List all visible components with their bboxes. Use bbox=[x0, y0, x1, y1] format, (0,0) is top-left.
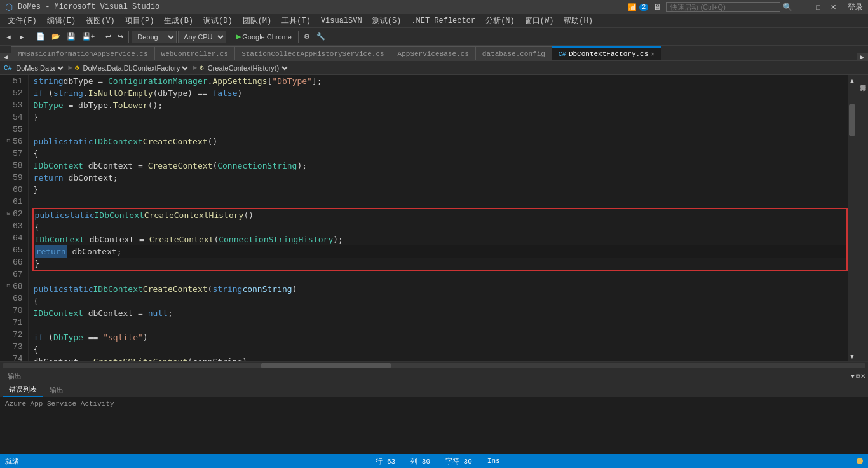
menu-file[interactable]: 文件(F) bbox=[3, 14, 42, 27]
tab-appservicebase-label: AppServiceBase.cs bbox=[398, 50, 469, 58]
redo-button[interactable]: ↪ bbox=[115, 31, 126, 42]
login-label[interactable]: 登录 bbox=[848, 2, 863, 13]
run-button[interactable]: ▶ Google Chrome bbox=[232, 31, 295, 42]
menu-test[interactable]: 测试(S) bbox=[367, 14, 407, 27]
vs-logo-icon: ⬡ bbox=[5, 2, 13, 13]
h-scrollbar-track[interactable] bbox=[3, 363, 865, 368]
bottom-tab-errors[interactable]: 错误列表 bbox=[3, 383, 43, 397]
bottom-panel-float[interactable]: ⧉ bbox=[856, 373, 860, 380]
undo-button[interactable]: ↩ bbox=[103, 31, 114, 42]
line-num-63: 63 bbox=[4, 220, 23, 232]
line-num-73: 73 bbox=[4, 341, 23, 353]
save-button[interactable]: 💾 bbox=[64, 31, 78, 42]
right-side-panel: 解决方案资源管理器 bbox=[857, 75, 868, 361]
tab-webcontroller[interactable]: WebController.cs bbox=[155, 46, 236, 60]
tabs-scroll-right[interactable]: ► bbox=[857, 53, 868, 60]
code-line-62: public static IDbContext CreateContextHi… bbox=[35, 209, 846, 221]
menu-visualsvn[interactable]: VisualSVN bbox=[316, 15, 367, 27]
minimize-button[interactable]: — bbox=[795, 2, 810, 12]
title-bar-controls: 📶 2 🖥 🔍 — □ ✕ 登录 bbox=[628, 2, 863, 13]
menu-build[interactable]: 生成(B) bbox=[159, 14, 198, 27]
tab-appservicebase[interactable]: AppServiceBase.cs bbox=[391, 46, 476, 60]
bottom-tabs: 错误列表 输出 bbox=[0, 383, 868, 397]
code-line-68: public static IDbContext CreateContext(s… bbox=[34, 283, 848, 295]
status-bar: 就绪 行 63 列 30 字符 30 Ins bbox=[0, 454, 868, 468]
code-line-69: { bbox=[34, 295, 848, 307]
back-button[interactable]: ◄ bbox=[3, 32, 15, 42]
debug-config-dropdown[interactable]: Debug Release bbox=[132, 31, 177, 43]
tab-dbcontextfactory[interactable]: C# DbContextFactory.cs ✕ bbox=[552, 46, 661, 60]
tab-stationcollect-label: StationCollectAppHistoryService.cs bbox=[241, 50, 384, 58]
bottom-panel-dropdown[interactable]: ▼ bbox=[850, 373, 856, 380]
code-line-54: } bbox=[34, 111, 848, 123]
menu-tools[interactable]: 工具(T) bbox=[276, 14, 316, 27]
horizontal-scrollbar[interactable] bbox=[0, 361, 868, 369]
close-button[interactable]: ✕ bbox=[827, 2, 840, 13]
code-line-55 bbox=[34, 123, 848, 135]
line-num-58: 58 bbox=[4, 160, 23, 172]
line-num-67: 67 bbox=[4, 268, 23, 280]
scroll-up-button[interactable]: ▲ bbox=[848, 76, 857, 85]
status-dot bbox=[857, 458, 863, 464]
code-line-63: { bbox=[35, 221, 846, 233]
menu-view[interactable]: 视图(V) bbox=[81, 14, 120, 27]
breadcrumb-sep-1: ► bbox=[68, 64, 72, 72]
platform-dropdown[interactable]: Any CPU x86 x64 bbox=[178, 31, 226, 43]
menu-project[interactable]: 项目(P) bbox=[120, 14, 159, 27]
right-panel-btn-1[interactable]: 解决方案资源管理器 bbox=[857, 78, 868, 83]
toolbar-btn-2[interactable]: 🔧 bbox=[314, 31, 328, 42]
title-bar-left: ⬡ DoMes - Microsoft Visual Studio bbox=[5, 2, 159, 13]
code-line-53: DbType = dbType.ToLower(); bbox=[34, 99, 848, 111]
app-title: DoMes - Microsoft Visual Studio bbox=[18, 3, 159, 11]
menu-help[interactable]: 帮助(H) bbox=[559, 14, 598, 27]
line-num-64: 64 bbox=[4, 232, 23, 244]
breadcrumb-namespace[interactable]: DoMes.Data bbox=[13, 64, 65, 72]
separator-5 bbox=[298, 31, 299, 43]
open-file-button[interactable]: 📂 bbox=[49, 31, 63, 42]
code-line-60: } bbox=[34, 184, 848, 196]
status-col: 列 30 bbox=[410, 457, 430, 466]
line-num-56: ⊟56 bbox=[4, 135, 23, 148]
run-label: Google Chrome bbox=[242, 33, 292, 41]
code-line-71 bbox=[34, 319, 848, 331]
menu-edit[interactable]: 编辑(E) bbox=[42, 14, 81, 27]
monitor-icon: 🖥 bbox=[653, 3, 661, 12]
tab-dbcontextfactory-close[interactable]: ✕ bbox=[651, 50, 654, 58]
breadcrumb-class[interactable]: DoMes.Data.DbContextFactory bbox=[80, 64, 190, 72]
toolbar-btn-1[interactable]: ⚙ bbox=[301, 31, 313, 42]
vertical-scrollbar[interactable]: ▲ ▼ bbox=[848, 75, 857, 361]
save-all-button[interactable]: 💾+ bbox=[79, 31, 97, 42]
collapse-56[interactable]: ⊟ bbox=[4, 135, 10, 148]
forward-button[interactable]: ► bbox=[16, 32, 28, 42]
collapse-62[interactable]: ⊟ bbox=[4, 208, 10, 220]
scroll-down-button[interactable]: ▼ bbox=[848, 352, 857, 361]
code-line-70: IDbContext dbContext = null; bbox=[34, 307, 848, 319]
tab-database-config-label: database.config bbox=[482, 50, 545, 58]
new-file-button[interactable]: 📄 bbox=[34, 31, 48, 42]
breadcrumb-sep-2: ► bbox=[193, 64, 197, 72]
line-num-68: ⊟68 bbox=[4, 280, 23, 292]
line-num-62: ⊟62 bbox=[4, 208, 23, 220]
menu-team[interactable]: 团队(M) bbox=[238, 14, 277, 27]
bottom-tab-output[interactable]: 输出 bbox=[43, 383, 70, 397]
bottom-panel-close[interactable]: ✕ bbox=[860, 373, 865, 380]
menu-debug[interactable]: 调试(D) bbox=[198, 14, 238, 27]
h-scrollbar-thumb[interactable] bbox=[261, 363, 391, 368]
menu-analyze[interactable]: 分析(N) bbox=[480, 14, 520, 27]
quick-launch-input[interactable] bbox=[666, 2, 780, 12]
line-num-72: 72 bbox=[4, 329, 23, 341]
azure-activity-label: Azure App Service Activity bbox=[5, 400, 114, 408]
scrollbar-thumb[interactable] bbox=[849, 104, 855, 136]
breadcrumb-method[interactable]: CreateContextHistory() bbox=[205, 64, 290, 72]
line-num-54: 54 bbox=[4, 111, 23, 123]
tab-database-config[interactable]: database.config bbox=[476, 46, 552, 60]
tab-stationcollect[interactable]: StationCollectAppHistoryService.cs bbox=[235, 46, 391, 60]
menu-window[interactable]: 窗口(W) bbox=[520, 14, 559, 27]
menu-net-reflector[interactable]: .NET Reflector bbox=[406, 15, 480, 27]
collapse-68[interactable]: ⊟ bbox=[4, 280, 10, 292]
maximize-button[interactable]: □ bbox=[812, 2, 824, 12]
tab-mmbasic[interactable]: MMBasicInformationAppService.cs bbox=[11, 46, 155, 60]
code-area[interactable]: string dbType = ConfigurationManager.App… bbox=[29, 75, 848, 361]
line-num-59: 59 bbox=[4, 172, 23, 184]
tabs-scroll-left[interactable]: ◄ bbox=[0, 53, 11, 60]
